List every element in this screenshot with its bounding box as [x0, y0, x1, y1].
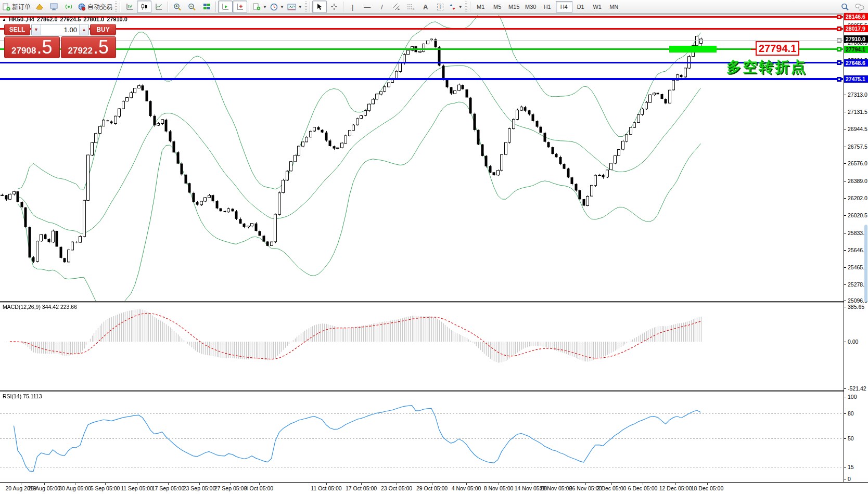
auto-trading-button[interactable]: 自动交易: [76, 1, 114, 13]
tile-windows-icon: [203, 3, 211, 10]
rsi-panel-canvas[interactable]: [0, 392, 843, 482]
candlestick-mode-button[interactable]: [137, 1, 151, 13]
line-chart-mode-button[interactable]: [151, 1, 166, 13]
chart-shift-button[interactable]: [233, 1, 247, 13]
zoom-out-button[interactable]: [185, 1, 199, 13]
terminal-button[interactable]: [47, 1, 61, 13]
line-drag-marker[interactable]: [837, 15, 841, 19]
template-button[interactable]: ▼: [286, 1, 304, 13]
signal-button[interactable]: [61, 1, 76, 13]
period-button[interactable]: ▼: [269, 1, 286, 13]
line-chart-icon: [155, 3, 163, 10]
price-tick: [844, 215, 846, 216]
toolbar-separator: [310, 2, 311, 12]
indicator-tick-label: 100: [848, 394, 857, 400]
buy-price-button[interactable]: 27922 .5: [61, 36, 117, 58]
toolbar-separator: [343, 2, 344, 12]
price-tick: [844, 284, 846, 285]
zoom-out-icon: [188, 3, 196, 11]
line-drag-marker[interactable]: [837, 38, 841, 43]
date-label: 8 Nov 05:00: [484, 485, 514, 491]
crosshair-tool-button[interactable]: [327, 1, 341, 13]
timeframe-h4-button[interactable]: H4: [556, 1, 572, 12]
new-chart-button[interactable]: ▼: [251, 1, 269, 13]
date-label: 4 Oct 05:00: [245, 485, 273, 491]
timeframe-w1-button[interactable]: W1: [589, 1, 606, 12]
line-drag-marker[interactable]: [837, 60, 841, 65]
line-drag-marker[interactable]: [837, 47, 841, 51]
line-drag-marker[interactable]: [837, 27, 841, 31]
chat-button[interactable]: [852, 1, 867, 13]
gold-wedge-icon: [35, 3, 44, 10]
arrows-tool-button[interactable]: ▼: [448, 1, 464, 13]
label-tool-button[interactable]: T: [433, 1, 448, 13]
price-level-label: 27648.6: [844, 59, 868, 67]
marker-dot: [838, 62, 840, 63]
horizontal-level-line[interactable]: [0, 28, 843, 30]
turning-point-note[interactable]: 多空转折点: [726, 57, 807, 77]
volume-decrease-button[interactable]: ▼: [32, 24, 41, 35]
volume-increase-button[interactable]: ▲: [79, 24, 88, 35]
marketwatch-button[interactable]: [32, 1, 47, 13]
indicator-tick-label: 80: [848, 410, 854, 417]
window-scrollbar[interactable]: [864, 225, 867, 302]
buy-button[interactable]: BUY: [90, 24, 116, 35]
cursor-tool-button[interactable]: [312, 1, 327, 13]
date-label: 11 Oct 05:00: [311, 485, 341, 491]
timeframe-m15-button[interactable]: M15: [506, 1, 522, 12]
macd-indicator-label: MACD(12,26,9) 344.42 223.66: [3, 304, 77, 310]
timeframe-m30-button[interactable]: M30: [522, 1, 539, 12]
line-drag-marker[interactable]: [837, 77, 841, 82]
main-chart-canvas[interactable]: [0, 15, 843, 301]
horizontal-level-line[interactable]: [0, 48, 843, 50]
zoom-in-button[interactable]: [170, 1, 185, 13]
price-tick: [844, 43, 846, 43]
price-tick-label: 26202.0: [848, 195, 867, 201]
chart-top-border: [0, 15, 868, 15]
vertical-line-icon: |: [352, 3, 353, 11]
toolbar-separator: [120, 2, 121, 12]
chevron-down-icon: ▼: [280, 5, 284, 9]
auto-trading-label: 自动交易: [87, 3, 112, 11]
timeframe-h1-button[interactable]: H1: [539, 1, 556, 12]
horizontal-level-line[interactable]: [0, 78, 843, 80]
auto-scroll-button[interactable]: [218, 1, 233, 13]
horizontal-line-tool-button[interactable]: —: [360, 1, 375, 13]
indicator-tick-label: -521.42: [848, 385, 866, 392]
channel-icon: E: [392, 3, 401, 10]
horizontal-level-line[interactable]: [0, 40, 843, 41]
macd-panel-canvas[interactable]: [0, 303, 843, 390]
globe-icon: [78, 3, 86, 11]
fibonacci-tool-button[interactable]: F: [404, 1, 418, 13]
bar-chart-icon: [126, 3, 134, 10]
search-button[interactable]: [838, 1, 852, 13]
volume-input[interactable]: [41, 24, 79, 35]
timeframe-d1-button[interactable]: D1: [572, 1, 589, 12]
new-order-button[interactable]: 新订单: [1, 1, 32, 13]
timeframe-label: D1: [577, 4, 584, 10]
sell-button[interactable]: SELL: [4, 24, 30, 35]
toolbar-separator: [470, 2, 471, 12]
timeframe-m5-button[interactable]: M5: [489, 1, 506, 12]
price-tick: [844, 147, 846, 147]
channel-tool-button[interactable]: E: [389, 1, 404, 13]
level-price-label[interactable]: 27794.1: [756, 41, 799, 56]
horizontal-level-line[interactable]: [0, 62, 843, 63]
chevron-down-icon: ▼: [458, 5, 463, 9]
marker-dot: [838, 28, 840, 30]
date-label: 17 Oct 05:00: [346, 485, 377, 491]
collapse-triangle-icon[interactable]: ▲: [2, 17, 6, 22]
bar-chart-mode-button[interactable]: [122, 1, 137, 13]
level-highlight-rectangle[interactable]: [669, 46, 717, 53]
toolbar-grip: [305, 2, 307, 12]
vertical-line-tool-button[interactable]: |: [346, 1, 360, 13]
trendline-tool-button[interactable]: /: [375, 1, 389, 13]
timeframe-m1-button[interactable]: M1: [473, 1, 489, 12]
text-tool-button[interactable]: A: [418, 1, 433, 13]
tile-windows-button[interactable]: [199, 1, 214, 13]
sell-price-button[interactable]: 27908 .5: [4, 36, 60, 58]
timeframe-mn-button[interactable]: MN: [606, 1, 622, 12]
timeframe-label: M1: [477, 4, 484, 10]
level-label-connector: [751, 49, 756, 50]
search-icon: [841, 3, 849, 11]
